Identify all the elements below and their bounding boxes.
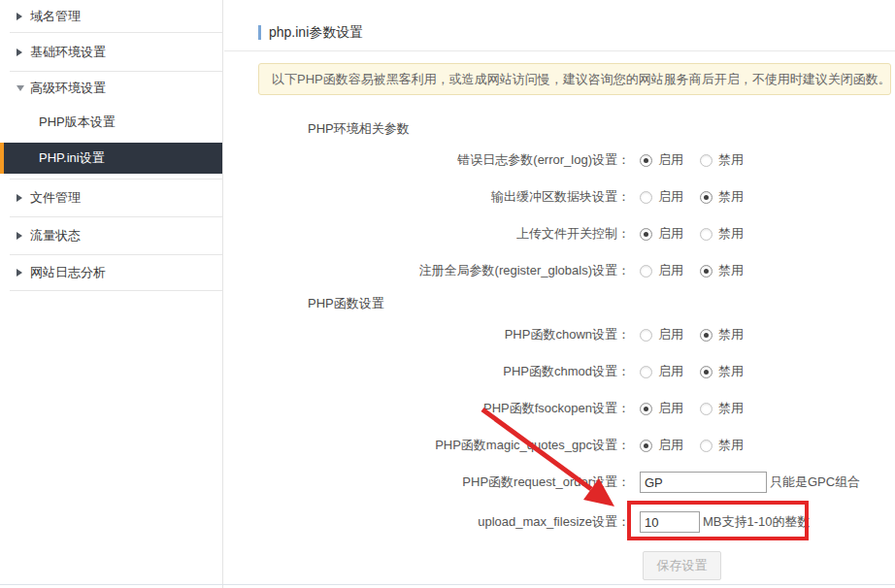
setting-label: PHP函数request_order设置： (224, 474, 630, 491)
setting-row-output-buffering: 输出缓冲区数据块设置： 启用 禁用 (224, 179, 895, 215)
sidebar-item-advanced-env-settings[interactable]: 高级环境设置 (0, 72, 222, 104)
radio-label: 禁用 (718, 151, 744, 169)
setting-row-request-order: PHP函数request_order设置： 只能是GPC组合 (224, 464, 895, 501)
sidebar-item-label: 文件管理 (30, 189, 81, 207)
input-hint: MB支持1-10的整数 (703, 513, 811, 531)
sidebar-item-label: 网站日志分析 (30, 264, 106, 281)
setting-label: PHP函数fsockopen设置： (224, 400, 630, 417)
radio-option-enable[interactable]: 启用 (640, 326, 683, 343)
radio-disable[interactable] (700, 440, 713, 452)
radio-enable[interactable] (640, 329, 652, 342)
setting-row-error-log: 错误日志参数(error_log)设置： 启用 禁用 (224, 142, 895, 179)
sidebar-item-website-log-analysis[interactable]: 网站日志分析 (0, 255, 222, 290)
sidebar-item-file-management[interactable]: 文件管理 (0, 180, 222, 216)
setting-row-register-globals: 注册全局参数(register_globals)设置： 启用 禁用 (224, 252, 895, 289)
radio-label: 启用 (658, 437, 683, 454)
sidebar-item-php-ini-settings-active[interactable]: PHP.ini设置 (0, 143, 222, 174)
divider (10, 290, 222, 291)
radio-option-enable[interactable]: 启用 (640, 400, 683, 417)
setting-label: PHP函数chmod设置： (224, 363, 630, 380)
radio-option-disable[interactable]: 禁用 (700, 151, 744, 169)
setting-label: 上传文件开关控制： (224, 225, 630, 243)
setting-row-magic-quotes-gpc: PHP函数magic_quotes_gpc设置： 启用 禁用 (224, 427, 895, 464)
radio-label: 禁用 (718, 363, 744, 380)
setting-label: PHP函数chown设置： (224, 326, 630, 343)
sidebar: 域名管理 基础环境设置 高级环境设置 PHP版本设置 PHP.ini设置 文件管… (0, 0, 223, 588)
radio-option-enable[interactable]: 启用 (640, 225, 683, 243)
radio-disable[interactable] (700, 154, 713, 167)
sidebar-item-label: 域名管理 (30, 8, 81, 25)
radio-option-enable[interactable]: 启用 (640, 151, 683, 169)
sidebar-subitem-label: PHP.ini设置 (39, 149, 105, 167)
radio-option-disable[interactable]: 禁用 (700, 363, 744, 380)
radio-enable[interactable] (640, 191, 652, 204)
radio-option-enable[interactable]: 启用 (640, 363, 683, 380)
main-content: php.ini参数设置 以下PHP函数容易被黑客利用，或造成网站访问慢，建议咨询… (224, 0, 895, 588)
radio-option-disable[interactable]: 禁用 (700, 400, 744, 417)
radio-enable[interactable] (640, 228, 652, 241)
php-function-rows: PHP函数chown设置： 启用 禁用 PHP函数chmod设置： 启用 禁用 … (224, 316, 895, 543)
radio-option-disable[interactable]: 禁用 (700, 188, 744, 206)
section-title-php-functions: PHP函数设置 (308, 295, 895, 312)
sidebar-item-basic-env-settings[interactable]: 基础环境设置 (0, 33, 222, 71)
php-env-rows: 错误日志参数(error_log)设置： 启用 禁用 输出缓冲区数据块设置： 启… (224, 142, 895, 289)
radio-enable[interactable] (640, 403, 652, 415)
sidebar-item-domain-management[interactable]: 域名管理 (0, 0, 222, 32)
radio-label: 启用 (658, 262, 683, 279)
radio-disable[interactable] (700, 403, 713, 415)
radio-enable[interactable] (640, 366, 652, 378)
chevron-down-icon (17, 85, 25, 91)
setting-row-file-uploads: 上传文件开关控制： 启用 禁用 (224, 215, 895, 252)
radio-label: 禁用 (718, 262, 744, 279)
radio-enable[interactable] (640, 265, 652, 278)
radio-option-enable[interactable]: 启用 (640, 262, 683, 279)
setting-row-chmod: PHP函数chmod设置： 启用 禁用 (224, 353, 895, 390)
radio-label: 启用 (658, 151, 683, 169)
save-settings-button[interactable]: 保存设置 (643, 551, 721, 580)
upload-max-filesize-input[interactable] (640, 511, 700, 533)
radio-label: 禁用 (718, 437, 744, 454)
input-hint: 只能是GPC组合 (770, 474, 860, 491)
setting-label: upload_max_filesize设置： (224, 513, 630, 531)
radio-label: 禁用 (718, 225, 744, 243)
setting-label: 输出缓冲区数据块设置： (224, 188, 630, 206)
radio-option-enable[interactable]: 启用 (640, 188, 683, 206)
radio-label: 禁用 (718, 400, 744, 417)
radio-label: 启用 (658, 326, 683, 343)
radio-disable[interactable] (700, 228, 713, 241)
setting-row-fsockopen: PHP函数fsockopen设置： 启用 禁用 (224, 390, 895, 427)
radio-label: 启用 (658, 188, 683, 206)
radio-label: 启用 (658, 363, 683, 380)
radio-enable[interactable] (640, 154, 652, 167)
sidebar-subitem-label: PHP版本设置 (39, 114, 116, 131)
radio-label: 禁用 (718, 326, 744, 343)
chevron-right-icon (17, 232, 25, 240)
radio-label: 启用 (658, 400, 683, 417)
radio-option-disable[interactable]: 禁用 (700, 262, 744, 279)
radio-disable[interactable] (700, 265, 713, 278)
radio-label: 禁用 (718, 188, 744, 206)
sidebar-item-label: 高级环境设置 (30, 80, 106, 97)
setting-row-chown: PHP函数chown设置： 启用 禁用 (224, 316, 895, 353)
radio-disable[interactable] (700, 329, 713, 342)
radio-option-enable[interactable]: 启用 (640, 437, 683, 454)
radio-option-disable[interactable]: 禁用 (700, 437, 744, 454)
radio-option-disable[interactable]: 禁用 (700, 225, 744, 243)
security-warning-banner: 以下PHP函数容易被黑客利用，或造成网站访问慢，建议咨询您的网站服务商后开启，不… (258, 63, 891, 95)
request-order-input[interactable] (640, 472, 767, 493)
php-ini-settings-page: 域名管理 基础环境设置 高级环境设置 PHP版本设置 PHP.ini设置 文件管… (0, 0, 895, 588)
radio-option-disable[interactable]: 禁用 (700, 326, 744, 343)
sidebar-item-label: 基础环境设置 (30, 44, 106, 61)
radio-enable[interactable] (640, 440, 652, 452)
page-bottom-divider (0, 584, 895, 585)
page-header: php.ini参数设置 (224, 0, 895, 51)
sidebar-item-php-version-settings[interactable]: PHP版本设置 (0, 104, 222, 141)
chevron-right-icon (17, 49, 25, 56)
radio-disable[interactable] (700, 191, 713, 204)
setting-row-upload-max-filesize: upload_max_filesize设置： MB支持1-10的整数 (224, 501, 895, 543)
radio-disable[interactable] (700, 366, 713, 378)
chevron-right-icon (17, 269, 25, 277)
chevron-right-icon (17, 194, 25, 202)
radio-label: 启用 (658, 225, 683, 243)
sidebar-item-traffic-status[interactable]: 流量状态 (0, 217, 222, 254)
